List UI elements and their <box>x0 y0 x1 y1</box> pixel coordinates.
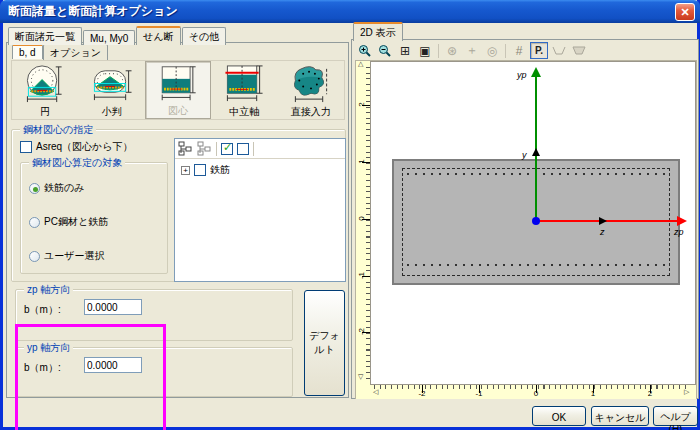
zp-axis-group: zp 軸方向 b（m）: <box>15 289 293 341</box>
ruler-down-marker: ▽ <box>358 373 363 381</box>
toolbar-separator2 <box>505 44 506 58</box>
tree-item-label: 鉄筋 <box>210 163 230 177</box>
pan-icon: ＋ <box>463 42 481 59</box>
steel-centroid-group-title: 鋼材図心の指定 <box>20 123 96 137</box>
view-page: ⊞ ▣ ⊛ ＋ ◎ # P. △ 2 <box>351 39 699 399</box>
shape-circle-button[interactable]: 円 <box>12 61 78 119</box>
yp-axis-label: yp <box>517 70 527 80</box>
yp-axis-arrow <box>531 67 541 77</box>
h-ruler-label: -1 <box>471 389 487 398</box>
main-tab-strip: 断面諸元一覧Mu, My0せん断その他 <box>8 26 227 43</box>
rotate-icon: ⊛ <box>443 42 461 59</box>
ip-toggle-icon[interactable]: P. <box>530 42 548 59</box>
origin-point <box>532 217 540 225</box>
center-icon: ◎ <box>483 42 501 59</box>
subtab-bd[interactable]: b, d <box>12 44 43 59</box>
shape-oval-label: 小判 <box>102 105 122 119</box>
tree-toolbar-separator2 <box>253 142 254 156</box>
centroid-section-icon <box>156 64 200 103</box>
section-canvas[interactable]: yp y zp z <box>370 61 696 385</box>
radio-user-select-dot[interactable] <box>29 251 40 262</box>
asreq-checkbox-row[interactable]: Asreq（図心から下） <box>20 140 133 154</box>
check-all-icon[interactable] <box>221 143 233 155</box>
horizontal-ruler: ◁ -2 -1 0 1 2 ▷ <box>356 385 696 399</box>
rebar-row-bottom <box>407 264 665 266</box>
radio-user-select[interactable]: ユーザー選択 <box>29 249 104 263</box>
y-axis-label: y <box>522 150 527 160</box>
tree-item-rebar[interactable]: + 鉄筋 <box>175 159 345 177</box>
vertical-ruler: △ 2 1 0 -1 -2 ▽ <box>356 61 370 385</box>
radio-pc-and-rebar-dot[interactable] <box>29 217 40 228</box>
shape-neutral-axis-label: 中立軸 <box>229 105 259 119</box>
close-button[interactable]: ✕ <box>675 3 695 21</box>
section-view-b-icon <box>570 42 588 59</box>
h-ruler-label: 0 <box>528 389 544 398</box>
zp-axis-arrow <box>677 216 687 226</box>
cancel-button[interactable]: キャンセル <box>591 406 649 426</box>
centroid-target-group: 鋼材図心算定の対象 鉄筋のみ PC鋼材と鉄筋 ユーザー選択 <box>20 162 168 274</box>
radio-rebar-only-label: 鉄筋のみ <box>44 181 84 195</box>
tab-mu-my0[interactable]: Mu, My0 <box>83 30 135 45</box>
z-axis-label: z <box>600 227 605 237</box>
view-tab-strip: 2D 表示 <box>353 22 404 41</box>
steel-centroid-group: 鋼材図心の指定 Asreq（図心から下） 鋼材図心算定の対象 鉄筋のみ PC鋼材… <box>11 129 346 282</box>
tab-2d-view[interactable]: 2D 表示 <box>353 22 403 41</box>
zoom-in-icon[interactable] <box>356 42 374 59</box>
h-ruler-label: -2 <box>414 389 430 398</box>
zoom-out-icon[interactable] <box>376 42 394 59</box>
yp-b-label: b（m）: <box>24 361 61 375</box>
h-ruler-label: 2 <box>642 389 658 398</box>
shape-centroid-label: 図心 <box>168 104 188 118</box>
shape-selector-row: 円 小判 <box>11 60 345 120</box>
zoom-fit-icon[interactable]: ⊞ <box>396 42 414 59</box>
radio-pc-and-rebar-label: PC鋼材と鉄筋 <box>44 215 108 229</box>
plot-area: △ 2 1 0 -1 -2 ▽ ◁ -2 -1 0 1 <box>355 60 697 399</box>
radio-rebar-only[interactable]: 鉄筋のみ <box>29 181 84 195</box>
asreq-label: Asreq（図心から下） <box>36 140 133 154</box>
tab-shear[interactable]: せん断 <box>136 26 180 45</box>
shape-direct-input-button[interactable]: 直接入力 <box>278 61 344 119</box>
oval-section-icon <box>90 63 134 104</box>
asreq-checkbox[interactable] <box>20 141 32 153</box>
zp-axis-label: zp <box>674 227 684 237</box>
title-bar[interactable]: 断面諸量と断面計算オプション ✕ <box>0 0 700 23</box>
centroid-target-group-title: 鋼材図心算定の対象 <box>29 156 125 170</box>
shape-direct-input-label: 直接入力 <box>291 105 331 119</box>
neutral-axis-section-icon <box>222 63 266 104</box>
uncheck-all-icon[interactable] <box>237 143 249 155</box>
default-button[interactable]: デフォルト <box>304 290 345 396</box>
tree-item-checkbox[interactable] <box>194 164 206 176</box>
collapse-tree-icon[interactable] <box>197 141 212 156</box>
radio-rebar-only-dot[interactable] <box>29 183 40 194</box>
yp-axis-group-title: yp 軸方向 <box>24 341 73 355</box>
shape-centroid-button[interactable]: 図心 <box>145 61 211 119</box>
subtab-option[interactable]: オプション <box>43 44 108 61</box>
grid-icon[interactable]: # <box>510 42 528 59</box>
v-ruler-label: 0 <box>357 213 366 225</box>
yp-axis-group: yp 軸方向 b（m）: <box>15 347 293 397</box>
toolbar-separator <box>438 44 439 58</box>
dialog-section-options: 断面諸量と断面計算オプション ✕ 断面諸元一覧Mu, My0せん断その他 b, … <box>0 0 700 430</box>
h-ruler-label: 1 <box>585 389 601 398</box>
ruler-left-marker: ◁ <box>373 388 378 396</box>
yp-b-input[interactable] <box>84 357 142 373</box>
zp-axis-line <box>536 220 682 222</box>
tab-section-list[interactable]: 断面諸元一覧 <box>8 27 82 45</box>
steel-tree-panel: + 鉄筋 <box>174 138 346 282</box>
v-ruler-label: -2 <box>357 326 366 338</box>
ruler-right-marker: ▷ <box>684 388 689 396</box>
radio-pc-and-rebar[interactable]: PC鋼材と鉄筋 <box>29 215 108 229</box>
v-ruler-label: 1 <box>357 156 366 168</box>
zoom-window-icon[interactable]: ▣ <box>416 42 434 59</box>
zp-b-input[interactable] <box>84 299 142 315</box>
circle-section-icon <box>23 63 67 104</box>
tab-other[interactable]: その他 <box>182 27 226 45</box>
shape-neutral-axis-button[interactable]: 中立軸 <box>211 61 277 119</box>
help-button[interactable]: ヘルプ(H) <box>653 406 698 426</box>
y-axis-arrow <box>532 148 540 156</box>
shape-circle-label: 円 <box>40 105 50 119</box>
shape-oval-button[interactable]: 小判 <box>78 61 144 119</box>
tree-expander-icon[interactable]: + <box>181 166 190 175</box>
expand-tree-icon[interactable] <box>178 141 193 156</box>
ok-button[interactable]: OK <box>532 406 586 426</box>
